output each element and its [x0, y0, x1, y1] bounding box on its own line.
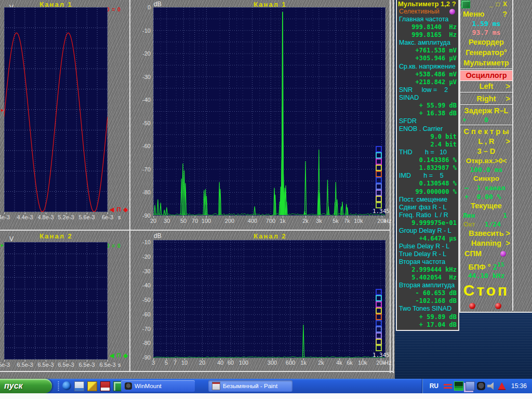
sample-rate-value[interactable]: 44.10 kHz [460, 271, 512, 280]
spec2-plot[interactable] [153, 240, 385, 358]
spectra-lr-button[interactable]: L , R> [460, 137, 512, 147]
legend-square[interactable] [376, 152, 382, 158]
mm-label-row: SINAD [397, 94, 458, 102]
legend-square[interactable] [376, 339, 382, 345]
osc1-trigger-icon: ► [0, 108, 5, 113]
linear-scale-row[interactable]: Лин1 [460, 211, 512, 220]
selective-toggle[interactable]: Селективный [397, 8, 458, 16]
multimeter-button[interactable]: Мультиметр [460, 58, 512, 68]
osc2-x-tick-label: 6.5e-3 [34, 362, 57, 368]
alert-tray-icon[interactable] [498, 382, 506, 390]
mm-label-row: Пост. смещение [397, 196, 458, 204]
spec1-plot[interactable] [153, 7, 385, 216]
current-mode-button[interactable]: Текущее [460, 201, 512, 211]
oscillograph-button[interactable]: Осциллогр [460, 70, 512, 81]
menu-button[interactable]: Меню? [460, 9, 512, 19]
record-led-icon [495, 303, 501, 309]
spec1-y-tick-label: 0 [133, 4, 151, 10]
spec1-x-unit: Hz [384, 218, 391, 224]
fft-size-row[interactable]: БПФ °215 [460, 259, 512, 271]
close-icon[interactable]: X [503, 1, 507, 8]
legend-square[interactable] [376, 146, 382, 152]
mm-label-row: Group Delay R - L [397, 227, 458, 235]
show-desktop-icon[interactable] [74, 381, 84, 391]
octave-row[interactable]: Окт1/24 [460, 220, 512, 229]
start-button[interactable]: пуск [0, 379, 52, 393]
spectra-button[interactable]: С п е к т р ы [460, 126, 512, 137]
minimize-icon[interactable]: _ [489, 1, 493, 8]
legend-square[interactable] [376, 332, 382, 339]
osc2-pulse-marker-icon: ◀ Π ◆ [110, 352, 128, 359]
left-channel-button[interactable]: Left> [460, 81, 512, 91]
language-indicator[interactable]: RU [430, 382, 438, 390]
mm-value-row: 9.999975e-01 [397, 219, 458, 227]
legend-square[interactable] [376, 171, 382, 177]
ie-icon[interactable] [62, 381, 71, 390]
legend-square[interactable] [376, 190, 382, 196]
network-tray-icon[interactable] [466, 381, 475, 391]
spectrum-analyzer-tray-icon[interactable] [454, 381, 463, 391]
stop-button[interactable]: Стоп [460, 280, 512, 302]
legend-square[interactable] [376, 320, 382, 326]
open-input-button[interactable]: Откр.вх.>0< [460, 156, 512, 165]
mm-value-row: + 55.99 dB [397, 102, 458, 110]
task-button-paint[interactable]: Безымянный - Paint [208, 380, 292, 392]
clock[interactable]: 15:36 [511, 382, 527, 390]
legend-square[interactable] [376, 158, 382, 165]
mm-value-row: 0.143386 % [397, 156, 458, 164]
spec2-x-unit: Hz [384, 360, 391, 366]
osc1-plot[interactable] [4, 7, 108, 212]
legend-square[interactable] [376, 177, 382, 183]
osc2-plot[interactable] [4, 242, 108, 360]
generator-button[interactable]: Генератор° [460, 47, 512, 58]
mm-value-row: 1.832987 % [397, 164, 458, 172]
legend-square[interactable] [376, 183, 382, 190]
spec1-y-tick-label: -30 [133, 74, 151, 80]
mm-label-row: Главная частота [397, 16, 458, 23]
multimeter-title: Мультиметр 1,2 ? [397, 0, 458, 8]
mm-label-row: ENOB . Carrier [397, 125, 458, 133]
tray-icons [443, 381, 507, 391]
mm-value-row: 99.000000 % [397, 188, 458, 196]
winmount-tray-icon[interactable] [477, 382, 485, 390]
floppy-icon[interactable] [100, 381, 110, 391]
delay-rl-label[interactable]: Задерж R–L [460, 106, 512, 115]
mm-value-row: 2.999444 kHz [397, 266, 458, 274]
mm-value-row: +4.6474 µs [397, 235, 458, 243]
spec1-channel-color-legend [376, 146, 382, 208]
legend-square[interactable] [376, 295, 382, 301]
sync-label[interactable]: Синхро [460, 174, 512, 183]
open-input-time-value[interactable]: 100.0 ms [460, 165, 512, 174]
mm-label-row: Pulse Delay R - L [397, 243, 458, 250]
spectra-3d-button[interactable]: 3 – D [460, 147, 512, 156]
time-readout-1[interactable]: 1.59 ms [460, 19, 512, 28]
legend-square[interactable] [376, 165, 382, 171]
sync-level-value[interactable]: + 0.00 % [460, 192, 512, 201]
legend-square[interactable] [376, 301, 382, 308]
red-wave-tray-icon[interactable] [444, 382, 452, 390]
multimeter-panel: Мультиметр 1,2 ?СелективныйГлавная часто… [396, 0, 459, 331]
maximize-icon[interactable]: □ [496, 1, 500, 8]
psd-toggle[interactable]: СПМ [460, 248, 512, 259]
right-channel-button[interactable]: Right> [460, 94, 512, 104]
mm-value-row: + 17.04 dB [397, 321, 458, 329]
legend-square[interactable] [376, 326, 382, 332]
volume-tray-icon[interactable] [487, 382, 496, 390]
legend-square[interactable] [376, 345, 382, 351]
legend-square[interactable] [376, 308, 382, 314]
time-readout-2[interactable]: 93.7 ms [460, 28, 512, 37]
sync-channel-value[interactable]: – 1 канал [460, 183, 512, 192]
panel-groove-vertical [129, 0, 130, 372]
mm-label-row: Freq. Ratio L / R [397, 211, 458, 219]
pencil-icon[interactable] [87, 381, 97, 391]
weighting-button[interactable]: Взвесить> [460, 229, 512, 238]
recorder-button[interactable]: Рекордер [460, 37, 512, 47]
hanning-button[interactable]: Hanning> [460, 238, 512, 248]
task-button-winmount[interactable]: WinMount [121, 380, 195, 392]
legend-square[interactable] [376, 196, 382, 202]
legend-square[interactable] [376, 289, 382, 295]
linear-scale-row-right: 1 [503, 211, 507, 220]
mm-label-row: SFDR [397, 117, 458, 125]
delay-rl-value[interactable]: +0 [460, 115, 512, 124]
legend-square[interactable] [376, 314, 382, 320]
